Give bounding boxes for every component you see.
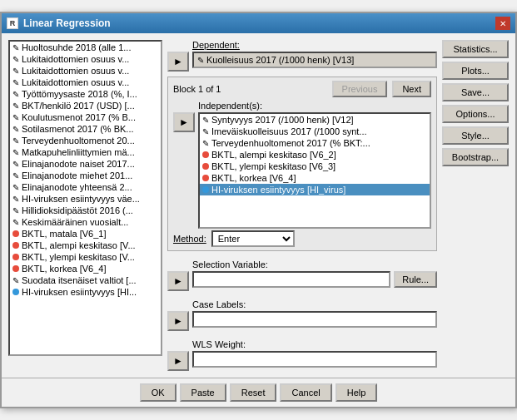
ind-list-item[interactable]: ✎Imeväiskuolleisuus 2017 (/1000 synt...: [200, 126, 430, 137]
independents-list[interactable]: ✎Syntyvyys 2017 (/1000 henk) [V12]✎Imevä…: [198, 112, 431, 229]
ind-list-item-label: Terveydenhuoltomenot 2017 (% BKT:...: [211, 138, 370, 148]
list-item-label: Elinajanodote miehet 201...: [22, 170, 132, 180]
ind-list-item-label: BKTL, korkea [V6_4]: [211, 173, 296, 183]
list-item-label: BKTL, korkea [V6_4]: [22, 264, 107, 274]
case-labels-input[interactable]: [192, 311, 437, 328]
dependent-field-wrap: Dependent: ✎ Kuolleisuus 2017 (/1000 hen…: [192, 40, 437, 68]
statistics-button[interactable]: Statistics...: [442, 40, 509, 58]
list-item[interactable]: ✎HI-viruksen esiintyvyys väe...: [10, 193, 161, 205]
list-item[interactable]: ✎BKT/henkilö 2017 (USD) [...: [10, 100, 161, 111]
ind-list-item[interactable]: ✎Syntyvyys 2017 (/1000 henk) [V12]: [200, 114, 430, 126]
list-item-label: BKTL, matala [V6_1]: [22, 229, 107, 239]
close-button[interactable]: ✕: [495, 17, 510, 30]
list-item[interactable]: ✎Lukitaidottomien osuus v...: [10, 65, 161, 77]
list-item[interactable]: HI-viruksen esiintyvyys [HI...: [10, 286, 161, 298]
method-label: Method:: [173, 234, 206, 244]
list-item[interactable]: ✎Hillidioksidipäästöt 2016 (...: [10, 205, 161, 216]
list-item-label: BKTL, ylempi keskitaso [V...: [22, 252, 135, 262]
bootstrap-button[interactable]: Bootstrap...: [442, 148, 509, 166]
ind-list-item[interactable]: BKTL, ylempi keskitaso [V6_3]: [200, 161, 430, 172]
cancel-button[interactable]: Cancel: [280, 383, 331, 402]
middle-panel: ► Dependent: ✎ Kuolleisuus 2017 (/1000 h…: [167, 40, 437, 371]
method-row: Method: EnterStepwiseRemoveBackwardForwa…: [173, 230, 431, 247]
pencil-icon: ✎: [12, 206, 19, 215]
save-button[interactable]: Save...: [442, 83, 509, 101]
list-item[interactable]: ✎Keskimääräinen vuosialt...: [10, 216, 161, 228]
independents-arrow-button[interactable]: ►: [173, 112, 195, 132]
list-item[interactable]: ✎Työttömyysaste 2018 (%, I...: [10, 88, 161, 100]
ind-list-item[interactable]: BKTL, alempi keskitaso [V6_2]: [200, 149, 430, 161]
ind-list-item-label: BKTL, alempi keskitaso [V6_2]: [211, 150, 336, 160]
selection-arrow-button[interactable]: ►: [167, 271, 189, 291]
pencil-icon: ✎: [202, 127, 209, 136]
pencil-icon: ✎: [202, 116, 209, 125]
reset-button[interactable]: Reset: [230, 383, 277, 402]
list-item[interactable]: ✎Koulutusmenot 2017 (% B...: [10, 111, 161, 123]
pencil-icon: ✎: [12, 113, 19, 122]
list-item[interactable]: ✎Huoltosuhde 2018 (alle 1...: [10, 42, 161, 53]
list-item[interactable]: BKTL, ylempi keskitaso [V...: [10, 251, 161, 263]
dot-red-icon: [202, 151, 209, 158]
list-item-label: Lukitaidottomien osuus v...: [22, 54, 129, 64]
ind-list-item[interactable]: ✎Terveydenhuoltomenot 2017 (% BKT:...: [200, 137, 430, 149]
dep-var-icon: ✎: [197, 56, 204, 65]
wls-field-wrap: WLS Weight:: [192, 339, 437, 368]
list-item[interactable]: BKTL, matala [V6_1]: [10, 228, 161, 240]
case-labels-section: ► Case Labels:: [167, 299, 437, 331]
dot-red-icon: [12, 265, 19, 272]
list-item[interactable]: BKTL, korkea [V6_4]: [10, 263, 161, 274]
ind-list-item-label: BKTL, ylempi keskitaso [V6_3]: [211, 161, 336, 171]
method-select[interactable]: EnterStepwiseRemoveBackwardForward: [211, 230, 295, 247]
independents-label: Independent(s):: [198, 101, 431, 111]
list-item-label: HI-viruksen esiintyvyys [HI...: [22, 287, 137, 297]
plots-button[interactable]: Plots...: [442, 62, 509, 80]
case-labels-arrow-button[interactable]: ►: [167, 311, 189, 331]
previous-button[interactable]: Previous: [332, 81, 388, 97]
list-item[interactable]: ✎Elinajanodote yhteensä 2...: [10, 181, 161, 193]
style-button[interactable]: Style...: [442, 126, 509, 145]
ind-list-item[interactable]: BKTL, korkea [V6_4]: [200, 172, 430, 184]
block-nav: Previous Next: [332, 81, 431, 97]
list-item[interactable]: ✎Matkapuhelinliittymien mä...: [10, 146, 161, 158]
window-title: Linear Regression: [23, 17, 111, 29]
ind-list-item-label: Imeväiskuolleisuus 2017 (/1000 synt...: [211, 126, 367, 136]
help-button[interactable]: Help: [336, 383, 378, 402]
ok-button[interactable]: OK: [140, 383, 176, 402]
variable-list[interactable]: ✎Huoltosuhde 2018 (alle 1...✎Lukitaidott…: [8, 40, 162, 356]
pencil-icon: ✎: [12, 136, 19, 146]
block-title: Block 1 of 1: [173, 84, 221, 94]
list-item[interactable]: ✎Lukitaidottomien osuus v...: [10, 77, 161, 88]
pencil-icon: ✎: [12, 276, 19, 285]
dot-red-icon: [12, 254, 19, 260]
list-item[interactable]: ✎Lukitaidottomien osuus v...: [10, 53, 161, 65]
rule-button[interactable]: Rule...: [394, 271, 437, 288]
block-section: Block 1 of 1 Previous Next ► Independent…: [167, 77, 437, 251]
list-item-label: Lukitaidottomien osuus v...: [22, 77, 129, 87]
wls-arrow-button[interactable]: ►: [167, 351, 189, 371]
list-item-label: Suodata itsenäiset valtiot [...: [22, 275, 137, 285]
paste-button[interactable]: Paste: [180, 383, 226, 402]
pencil-icon: ✎: [12, 183, 19, 192]
next-button[interactable]: Next: [392, 81, 431, 97]
wls-input[interactable]: [192, 351, 437, 368]
dependent-arrow-button[interactable]: ►: [167, 52, 189, 72]
list-item-label: Elinajanodote yhteensä 2...: [22, 182, 132, 192]
options-button[interactable]: Options...: [442, 105, 509, 123]
main-content: ✎Huoltosuhde 2018 (alle 1...✎Lukitaidott…: [2, 33, 515, 378]
list-item-label: HI-viruksen esiintyvyys väe...: [22, 194, 140, 204]
list-item[interactable]: ✎Elinajanodote miehet 201...: [10, 170, 161, 181]
ind-list-item[interactable]: HI-viruksen esiintyvyys [HI_virus]: [200, 184, 430, 195]
list-item[interactable]: ✎Sotilasmenot 2017 (% BK...: [10, 123, 161, 135]
list-item-label: Keskimääräinen vuosialt...: [22, 217, 128, 227]
list-item[interactable]: ✎Elinajanodote naiset 2017...: [10, 158, 161, 170]
list-item[interactable]: BKTL, alempi keskitaso [V...: [10, 240, 161, 251]
selection-field-wrap: Selection Variable: Rule...: [192, 259, 437, 288]
independents-section: ► Independent(s): ✎Syntyvyys 2017 (/1000…: [173, 101, 431, 229]
list-item-label: Työttömyysaste 2018 (%, I...: [22, 89, 137, 99]
pencil-icon: ✎: [12, 218, 19, 227]
pencil-icon: ✎: [12, 101, 19, 111]
selection-input[interactable]: [192, 271, 390, 288]
list-item-label: Matkapuhelinliittymien mä...: [22, 147, 135, 157]
list-item[interactable]: ✎Suodata itsenäiset valtiot [...: [10, 274, 161, 286]
list-item[interactable]: ✎Terveydenhuoltomenot 20...: [10, 135, 161, 146]
